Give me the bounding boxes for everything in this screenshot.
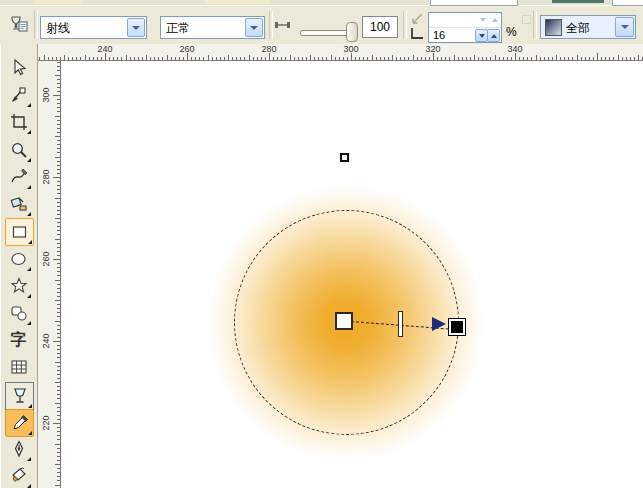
ruler-tick [257, 57, 258, 60]
ruler-tick [302, 57, 303, 60]
ruler-tick [310, 55, 311, 60]
tool-table[interactable] [5, 354, 32, 380]
chevron-down-icon[interactable] [615, 17, 634, 37]
freehand-curve-icon [9, 167, 29, 187]
ruler-tick [203, 57, 204, 60]
chevron-down-icon[interactable] [127, 18, 145, 37]
ruler-tick [605, 57, 606, 60]
ruler-tick [212, 57, 213, 60]
ruler-tick [57, 165, 60, 166]
transparency-midpoint-handle[interactable] [398, 311, 403, 337]
ruler-tick [224, 57, 225, 60]
tool-crop[interactable] [5, 109, 32, 135]
transparency-start-handle[interactable] [335, 312, 353, 330]
ruler-tick [55, 218, 60, 219]
ruler-tick [53, 95, 60, 96]
edge-pad-input[interactable]: 16 [429, 28, 501, 42]
spin-up-button[interactable] [487, 29, 500, 42]
ruler-tick [187, 53, 188, 60]
node-marker[interactable] [340, 153, 349, 162]
star-polygon-icon [9, 276, 29, 296]
ruler-tick [57, 308, 60, 309]
ruler-tick [57, 83, 60, 84]
ruler-tick [117, 57, 118, 60]
flyout-indicator [28, 431, 32, 435]
tool-ellipse[interactable] [5, 246, 32, 272]
ruler-tick [413, 55, 414, 60]
tool-polygon[interactable] [5, 273, 32, 299]
edit-transparency-button[interactable] [7, 13, 31, 37]
transparency-type-dropdown[interactable]: 射线 [40, 16, 147, 39]
ruler-tick [454, 55, 455, 60]
tool-pick[interactable] [5, 55, 32, 81]
ruler-tick [622, 57, 623, 60]
midpoint-value-input[interactable]: 100 [362, 16, 398, 38]
transparency-end-handle[interactable] [448, 318, 466, 336]
ruler-tick [421, 57, 422, 60]
ruler-tick [244, 57, 245, 60]
ruler-tick [57, 267, 60, 268]
angle-input[interactable] [429, 13, 501, 28]
tool-fill[interactable] [5, 463, 32, 488]
percent-label: % [506, 25, 517, 39]
transparency-target-dropdown[interactable]: 全部 [540, 15, 636, 39]
ruler-tick [57, 251, 60, 252]
ruler-tick [57, 304, 60, 305]
tool-zoom[interactable] [5, 137, 32, 163]
transparency-operation-dropdown[interactable]: 正常 [160, 16, 265, 39]
ruler-tick [478, 57, 479, 60]
slider-thumb[interactable] [346, 22, 358, 42]
ruler-tick [57, 284, 60, 285]
ruler-tick [503, 57, 504, 60]
ruler-tick [150, 57, 151, 60]
ruler-tick [57, 378, 60, 379]
ruler-tick [57, 345, 60, 346]
pick-arrow-icon [9, 58, 29, 78]
ruler-tick [372, 55, 373, 60]
ruler-tick [199, 57, 200, 60]
ruler-tick [351, 53, 352, 60]
rectangle-icon [10, 222, 30, 242]
ruler-tick [57, 243, 60, 244]
left-ruler[interactable]: 300280260240220 [38, 61, 61, 488]
chevron-down-icon[interactable] [245, 18, 263, 37]
ruler-tick [57, 62, 60, 63]
ruler-tick [57, 415, 60, 416]
ruler-tick [57, 161, 60, 162]
ruler-tick [589, 57, 590, 60]
drawing-canvas[interactable] [61, 61, 643, 488]
tool-basic-shapes[interactable] [5, 300, 32, 326]
ruler-tick [564, 57, 565, 60]
ruler-tick [57, 448, 60, 449]
tool-outline-pen[interactable] [5, 436, 32, 462]
ruler-tick [220, 57, 221, 60]
ruler-tick [57, 468, 60, 469]
tool-smart-fill[interactable] [5, 191, 32, 217]
transparency-target-value: 全部 [566, 20, 590, 37]
ruler-tick [285, 57, 286, 60]
ruler-tick [265, 57, 266, 60]
tool-shape[interactable] [5, 82, 32, 108]
ruler-tick [560, 57, 561, 60]
tool-interactive-transparency[interactable] [5, 382, 34, 410]
tool-text[interactable]: 字 [5, 327, 32, 353]
tool-rectangle[interactable] [5, 218, 34, 246]
ruler-tick [57, 271, 60, 272]
ruler-tick [57, 255, 60, 256]
ruler-tick [359, 57, 360, 60]
ruler-tick [52, 57, 53, 60]
tool-freehand[interactable] [5, 164, 32, 190]
ruler-tick [57, 349, 60, 350]
ruler-tick [57, 128, 60, 129]
text-icon: 字 [11, 332, 27, 348]
top-ruler[interactable]: 240260280300320340 [38, 44, 643, 61]
ruler-tick [101, 57, 102, 60]
transparency-glass-icon [10, 386, 30, 406]
ruler-tick [408, 57, 409, 60]
tool-eyedropper[interactable] [5, 409, 34, 437]
ruler-tick [208, 55, 209, 60]
ruler-tick [57, 70, 60, 71]
ruler-tick [380, 57, 381, 60]
ruler-tick [585, 57, 586, 60]
ruler-tick [273, 57, 274, 60]
